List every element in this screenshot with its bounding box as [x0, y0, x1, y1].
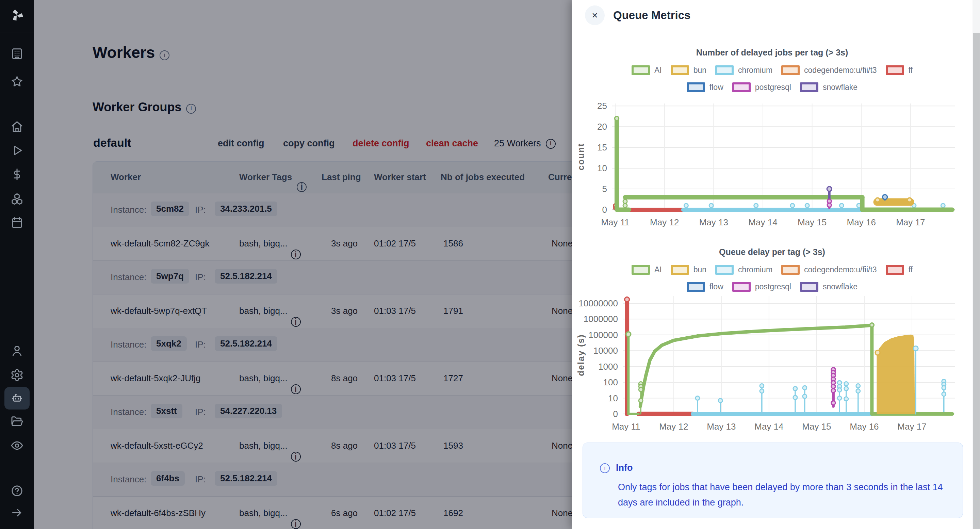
delayed-jobs-chart-title: Number of delayed jobs per tag (> 3s) [575, 48, 969, 57]
legend-swatch [632, 265, 650, 275]
svg-text:100: 100 [603, 377, 618, 387]
svg-text:25: 25 [597, 101, 607, 111]
queue-delay-chart-title: Queue delay per tag (> 3s) [575, 247, 969, 257]
audit-logs-eye-icon[interactable] [10, 438, 24, 452]
svg-text:May 16: May 16 [850, 421, 878, 432]
legend-item: snowflake [800, 82, 858, 92]
legend-swatch [687, 282, 705, 292]
legend-label: postgresql [755, 282, 791, 292]
help-icon[interactable] [10, 484, 24, 498]
legend-label: flow [710, 282, 724, 292]
legend-swatch [781, 65, 800, 75]
chart-legend-row: flowpostgresqlsnowflake [575, 282, 969, 292]
svg-text:May 14: May 14 [754, 421, 783, 432]
svg-text:May 13: May 13 [699, 217, 728, 228]
svg-text:100000: 100000 [588, 330, 618, 340]
drawer-title: Queue Metrics [613, 9, 690, 22]
info-callout-title: iInfo [600, 463, 633, 473]
workspace-building-icon[interactable] [10, 47, 24, 61]
main-content: Workersi Worker Groupsi default edit con… [34, 0, 572, 529]
legend-label: snowflake [823, 282, 858, 292]
legend-swatch [671, 265, 689, 275]
info-icon: i [600, 463, 610, 473]
svg-text:May 12: May 12 [659, 421, 688, 432]
legend-label: codegendemo:u/fii/t3 [804, 265, 877, 274]
legend-label: AI [654, 66, 662, 75]
svg-text:0: 0 [602, 205, 607, 215]
legend-label: flow [710, 83, 724, 92]
info-callout-text: Only tags for jobs that have been delaye… [618, 480, 945, 510]
home-icon[interactable] [10, 120, 24, 134]
queue-metrics-drawer: × Queue Metrics Number of delayed jobs p… [572, 0, 980, 529]
drawer-overlay[interactable] [34, 0, 572, 529]
legend-label: bun [694, 66, 706, 75]
legend-item: AI [632, 65, 662, 75]
svg-text:10000: 10000 [593, 346, 618, 356]
legend-label: snowflake [823, 83, 858, 92]
legend-swatch [886, 65, 904, 75]
legend-label: codegendemo:u/fii/t3 [804, 66, 877, 75]
legend-swatch [732, 82, 751, 92]
legend-item: codegendemo:u/fii/t3 [781, 65, 877, 75]
legend-label: ff [908, 66, 913, 75]
svg-text:May 15: May 15 [802, 421, 831, 432]
legend-item: chromium [715, 65, 772, 75]
svg-text:May 11: May 11 [601, 217, 629, 228]
svg-text:May 12: May 12 [650, 217, 679, 228]
legend-swatch [781, 265, 800, 275]
folders-icon[interactable] [10, 414, 24, 428]
legend-item: ff [886, 65, 913, 75]
windmill-logo-icon[interactable] [9, 8, 25, 23]
svg-text:delay (s): delay (s) [576, 334, 586, 376]
variables-dollar-icon[interactable] [10, 167, 24, 181]
legend-label: chromium [738, 265, 772, 274]
legend-item: snowflake [800, 282, 858, 292]
legend-swatch [715, 65, 733, 75]
expand-sidebar-arrow-icon[interactable] [10, 506, 24, 519]
legend-item: codegendemo:u/fii/t3 [781, 265, 877, 275]
resources-cubes-icon[interactable] [10, 192, 24, 206]
svg-text:May 16: May 16 [847, 217, 876, 228]
legend-swatch [800, 82, 818, 92]
svg-text:20: 20 [597, 121, 607, 132]
svg-text:0: 0 [613, 409, 618, 419]
legend-label: AI [654, 265, 662, 274]
legend-swatch [732, 282, 751, 292]
svg-text:count: count [576, 143, 586, 170]
drawer-scrollbar-thumb[interactable] [973, 33, 980, 529]
legend-swatch [671, 65, 689, 75]
legend-label: postgresql [755, 83, 791, 92]
close-drawer-button[interactable]: × [585, 5, 605, 25]
svg-text:May 17: May 17 [896, 217, 925, 228]
svg-text:May 13: May 13 [707, 421, 736, 432]
svg-text:1000000: 1000000 [584, 314, 618, 324]
svg-text:10: 10 [597, 163, 607, 173]
legend-item: chromium [715, 265, 772, 275]
svg-text:10: 10 [608, 393, 618, 403]
sidebar [0, 0, 34, 529]
favorites-star-icon[interactable] [10, 75, 24, 89]
svg-text:1000: 1000 [598, 362, 618, 372]
legend-swatch [886, 265, 904, 275]
sidebar-divider [0, 32, 34, 32]
svg-text:May 17: May 17 [897, 421, 926, 432]
svg-text:May 14: May 14 [748, 217, 777, 228]
user-icon[interactable] [10, 344, 24, 357]
chart-legend-row: AIbunchromiumcodegendemo:u/fii/t3ff [575, 65, 969, 75]
legend-label: bun [694, 265, 706, 274]
svg-text:10000000: 10000000 [579, 298, 618, 308]
legend-item: AI [632, 265, 662, 275]
info-callout: iInfo Only tags for jobs that have been … [582, 443, 963, 518]
legend-swatch [632, 65, 650, 75]
schedules-calendar-icon[interactable] [10, 216, 24, 229]
svg-text:May 15: May 15 [798, 217, 827, 228]
svg-text:5: 5 [602, 184, 607, 194]
legend-swatch [687, 82, 705, 92]
chart-legend-row: flowpostgresqlsnowflake [575, 82, 969, 92]
legend-item: postgresql [732, 82, 791, 92]
runs-play-icon[interactable] [10, 143, 24, 157]
sidebar-divider [0, 103, 34, 103]
workers-robot-icon[interactable] [10, 392, 24, 405]
svg-text:15: 15 [597, 142, 607, 153]
settings-gear-icon[interactable] [10, 368, 24, 382]
